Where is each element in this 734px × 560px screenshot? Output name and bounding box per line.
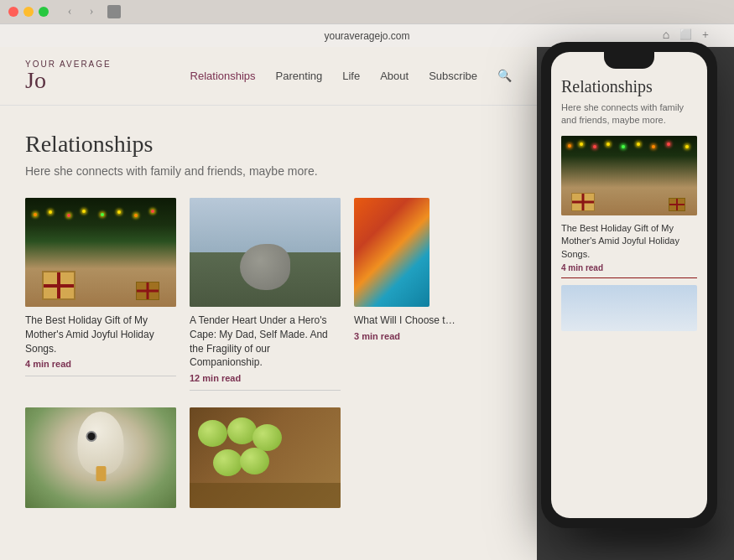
page-description: Here she connects with family and friend… — [25, 164, 512, 178]
phone-page-desc: Here she connects with family and friend… — [561, 101, 697, 127]
url-text: youraveragejo.com — [324, 30, 409, 42]
article-card-4[interactable] — [25, 407, 176, 508]
article-image-rock — [190, 198, 341, 307]
website-content: your average Jo Relationships Parenting … — [0, 47, 537, 560]
phone-screen: Relationships Here she connects with fam… — [551, 52, 707, 518]
back-button[interactable]: ‹ — [62, 4, 77, 19]
article-readtime-2: 12 min read — [190, 373, 341, 383]
forward-button[interactable]: › — [84, 4, 99, 19]
site-nav: Relationships Parenting Life About Subsc… — [190, 69, 512, 83]
rock-shape — [240, 244, 290, 290]
logo-script-text: Jo — [25, 69, 190, 92]
page-body: Relationships Here she connects with fam… — [0, 106, 537, 525]
christmas-gift — [42, 271, 75, 300]
phone-article-image — [561, 136, 697, 215]
apple-1 — [198, 420, 227, 447]
add-tab-icon[interactable]: + — [702, 29, 709, 42]
search-icon[interactable]: 🔍 — [497, 69, 512, 83]
nav-parenting[interactable]: Parenting — [276, 70, 323, 82]
nav-about[interactable]: About — [380, 70, 409, 82]
close-button[interactable] — [8, 7, 18, 17]
basket-bottom — [190, 483, 341, 508]
article-image-apples — [190, 407, 341, 508]
article-card-2[interactable]: A Tender Heart Under a Hero's Cape: My D… — [190, 198, 341, 391]
article-readtime-3: 3 min read — [354, 331, 505, 341]
article-title-3: What Will I Choose t… — [354, 314, 505, 328]
ostrich-eye — [88, 433, 96, 440]
logo-small-text: your average — [25, 60, 190, 69]
christmas-gift-2 — [136, 282, 159, 300]
phone-page-title: Relationships — [561, 77, 697, 96]
tab-icon — [107, 5, 121, 18]
phone-article-separator — [561, 277, 697, 278]
phone-gift-2 — [669, 198, 685, 211]
browser-titlebar: ‹ › — [0, 0, 734, 23]
phone-content: Relationships Here she connects with fam… — [551, 52, 707, 341]
article-readtime-1: 4 min read — [25, 359, 176, 369]
apple-5 — [240, 448, 269, 474]
browser-chrome: ‹ › youraveragejo.com ⌂ ⬜ + — [0, 0, 734, 47]
article-title-2: A Tender Heart Under a Hero's Cape: My D… — [190, 314, 341, 370]
article-card-5[interactable] — [190, 407, 341, 508]
browser-nav: ‹ › — [62, 4, 99, 19]
nav-relationships[interactable]: Relationships — [190, 70, 256, 82]
window-icon[interactable]: ⬜ — [679, 29, 692, 42]
phone-notch — [604, 52, 654, 69]
minimize-button[interactable] — [23, 7, 34, 17]
article-title-1: The Best Holiday Gift of My Mother's Ami… — [25, 314, 176, 355]
phone-gift-icon — [571, 193, 595, 211]
phone-article-readtime: 4 min read — [561, 263, 697, 272]
ostrich-beak — [96, 466, 106, 481]
phone-mockup: Relationships Here she connects with fam… — [541, 42, 717, 528]
apple-4 — [213, 449, 242, 476]
nav-life[interactable]: Life — [342, 70, 360, 82]
article-card-3[interactable]: What Will I Choose t… 3 min read — [354, 198, 505, 391]
ostrich-head — [78, 412, 124, 474]
article-card-1[interactable]: The Best Holiday Gift of My Mother's Ami… — [25, 198, 176, 391]
page-title: Relationships — [25, 131, 512, 158]
articles-row-1: The Best Holiday Gift of My Mother's Ami… — [25, 198, 512, 391]
phone-article-title: The Best Holiday Gift of My Mother's Ami… — [561, 222, 697, 261]
phone-next-article-image — [561, 285, 697, 331]
site-logo: your average Jo — [25, 60, 190, 92]
nav-subscribe[interactable]: Subscribe — [429, 70, 477, 82]
article-image-ostrich — [25, 407, 176, 508]
article-image-christmas — [25, 198, 176, 307]
bookmark-icon[interactable]: ⌂ — [663, 29, 669, 42]
articles-row-2 — [25, 407, 512, 508]
article-image-autumn — [354, 198, 429, 307]
maximize-button[interactable] — [39, 7, 49, 17]
site-header: your average Jo Relationships Parenting … — [0, 47, 537, 106]
address-bar[interactable]: youraveragejo.com — [8, 30, 726, 42]
article-separator-1 — [25, 376, 176, 376]
article-separator-2 — [190, 390, 341, 391]
christmas-lights — [25, 206, 176, 223]
